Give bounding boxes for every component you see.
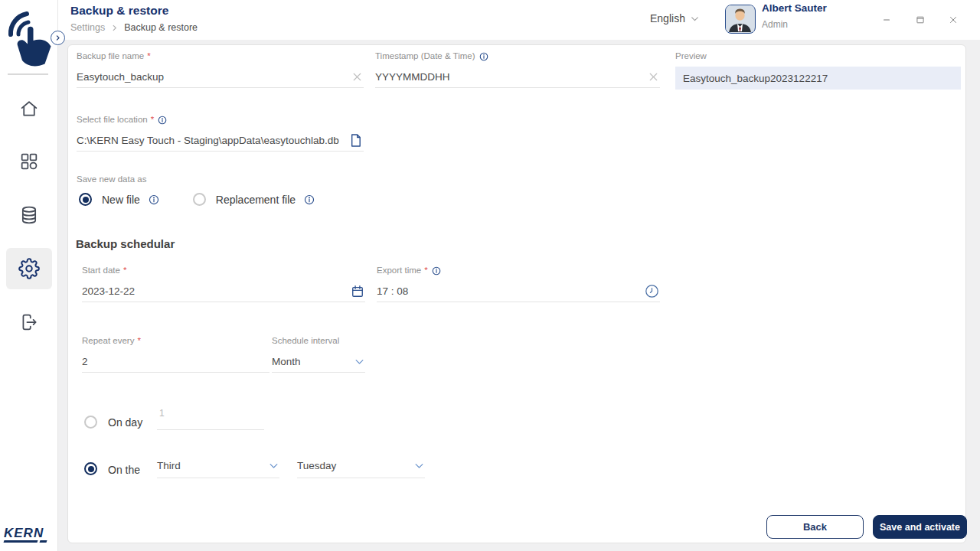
info-icon[interactable] [432, 266, 441, 276]
breadcrumb-current: Backup & restore [124, 22, 198, 33]
new-file-option-label[interactable]: New file [102, 194, 140, 206]
repeat-every-field: Repeat every* 2 [82, 335, 270, 373]
replacement-file-radio[interactable] [193, 193, 206, 206]
sidebar-item-settings[interactable] [6, 248, 52, 289]
sidebar-divider [8, 73, 48, 75]
sidebar-item-home[interactable] [6, 88, 52, 129]
language-selector-value: English [650, 12, 685, 24]
sidebar-expand-button[interactable] [51, 31, 65, 45]
start-date-field: Start date* 2023-12-22 [82, 265, 365, 302]
chevron-down-icon [690, 14, 700, 24]
backup-file-name-field: Backup file name* Easytouch_backup [77, 51, 364, 88]
on-day-value-input[interactable]: 1 [157, 406, 264, 430]
export-time-label: Export time* [377, 265, 660, 276]
sidebar: KERN [0, 0, 58, 551]
clear-x-icon[interactable] [351, 70, 364, 83]
info-icon[interactable] [149, 194, 159, 205]
chevron-right-icon [54, 34, 61, 41]
timestamp-field: Timestamp (Date & Time) YYYYMMDDHH [375, 51, 660, 88]
file-icon[interactable] [348, 132, 364, 148]
replacement-file-option-label[interactable]: Replacement file [216, 194, 296, 206]
back-button[interactable]: Back [766, 515, 864, 539]
export-time-field: Export time* 17 : 08 [377, 265, 660, 302]
sidebar-item-logout[interactable] [6, 302, 52, 343]
file-location-field: Select file location* C:\KERN Easy Touch… [77, 114, 364, 152]
scheduler-section-heading: Backup schedular [76, 237, 175, 250]
chevron-down-icon [268, 460, 279, 471]
on-day-placeholder: 1 [159, 408, 165, 419]
info-icon[interactable] [304, 194, 315, 205]
breadcrumb: Settings Backup & restore [70, 22, 198, 33]
on-day-label[interactable]: On day [108, 416, 142, 429]
preview-value: Easytouch_backup2023122217 [675, 67, 961, 90]
on-the-radio[interactable] [84, 462, 97, 475]
on-the-weekday-dropdown[interactable]: Tuesday [297, 454, 425, 478]
breadcrumb-settings-link[interactable]: Settings [70, 22, 105, 33]
repeat-every-label: Repeat every* [82, 335, 270, 347]
kern-brand-logo: KERN [4, 527, 53, 543]
language-selector[interactable]: English [650, 12, 700, 24]
minimize-icon[interactable] [879, 12, 894, 28]
start-date-label: Start date* [82, 265, 365, 276]
schedule-interval-dropdown[interactable]: Month [272, 351, 365, 373]
user-photo-avatar[interactable] [725, 5, 756, 34]
user-name: Albert Sauter [762, 2, 827, 14]
file-location-label: Select file location* [77, 114, 364, 126]
app-window: Backup & restore Settings Backup & resto… [0, 0, 980, 551]
logout-icon [18, 311, 40, 333]
timestamp-label: Timestamp (Date & Time) [375, 51, 660, 62]
kern-brand-text: KERN [4, 527, 53, 540]
file-location-input[interactable]: C:\KERN Easy Touch - Staging\appData\eas… [77, 130, 364, 152]
preview-field: Preview Easytouch_backup2023122217 [675, 51, 961, 90]
sidebar-item-apps[interactable] [6, 141, 52, 182]
chevron-right-icon [110, 24, 119, 32]
kern-easytouch-hand-logo [7, 10, 51, 68]
home-icon [18, 98, 40, 119]
preview-label: Preview [675, 51, 961, 62]
chevron-down-icon [354, 356, 365, 367]
export-time-input[interactable]: 17 : 08 [377, 281, 660, 302]
schedule-interval-label: Schedule interval [272, 335, 365, 347]
info-icon[interactable] [158, 116, 167, 125]
info-icon[interactable] [479, 52, 488, 61]
on-the-ordinal-dropdown[interactable]: Third [157, 454, 279, 478]
chevron-down-icon [413, 460, 425, 471]
schedule-interval-field: Schedule interval Month [272, 335, 365, 373]
clock-icon[interactable] [644, 283, 660, 299]
settings-gear-icon [18, 258, 40, 279]
close-icon[interactable] [946, 12, 961, 28]
database-icon [18, 204, 40, 226]
save-as-label: Save new data as [77, 174, 146, 185]
kern-brand-underline [4, 540, 54, 543]
on-day-radio[interactable] [84, 416, 97, 429]
save-and-activate-button[interactable]: Save and activate [873, 515, 967, 539]
on-the-label[interactable]: On the [108, 464, 140, 476]
clear-x-icon[interactable] [647, 70, 660, 83]
timestamp-input[interactable]: YYYYMMDDHH [375, 67, 660, 88]
new-file-radio[interactable] [79, 193, 92, 206]
sidebar-item-database[interactable] [6, 194, 52, 236]
apps-grid-icon [18, 151, 40, 172]
repeat-every-input[interactable]: 2 [82, 351, 270, 373]
backup-file-name-input[interactable]: Easytouch_backup [77, 67, 364, 88]
calendar-icon[interactable] [350, 284, 365, 299]
user-role: Admin [762, 19, 788, 30]
start-date-input[interactable]: 2023-12-22 [82, 281, 365, 302]
save-as-options: New file Replacement file [79, 193, 315, 206]
maximize-icon[interactable] [913, 12, 928, 28]
page-title: Backup & restore [70, 4, 168, 18]
backup-file-name-label: Backup file name* [77, 51, 364, 62]
